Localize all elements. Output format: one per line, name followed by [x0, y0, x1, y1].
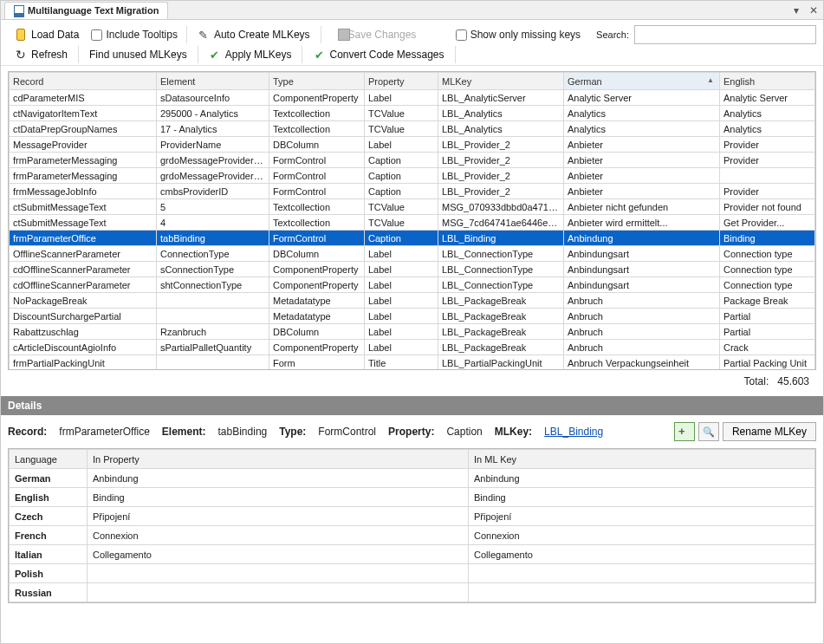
cell[interactable]: Metadatatype	[269, 309, 365, 324]
cell[interactable]: grdoMessageProviderHelperC	[157, 168, 269, 184]
cell[interactable]: FormControl	[269, 168, 365, 184]
cell[interactable]: frmMessageJobInfo	[10, 184, 157, 199]
lang-inproperty[interactable]	[88, 564, 469, 583]
cell[interactable]: Analytic Server	[564, 90, 720, 106]
cell[interactable]: LBL_PackageBreak	[438, 340, 564, 355]
cell[interactable]: Metadatatype	[269, 293, 365, 309]
cell[interactable]: TCValue	[365, 106, 438, 121]
lang-inmlkey[interactable]: Binding	[469, 488, 815, 507]
cell[interactable]: MSG_7cd64741ae6446eab1b	[438, 215, 564, 231]
close-icon[interactable]: ✕	[808, 4, 820, 16]
auto-create-mlkeys-button[interactable]: Auto Create MLKeys	[191, 26, 317, 43]
cell[interactable]: Provider	[720, 137, 815, 153]
lang-inmlkey[interactable]: Připojení	[469, 507, 815, 526]
cell[interactable]: LBL_Provider_2	[438, 137, 564, 153]
cell[interactable]: Anbieter nicht gefunden	[564, 199, 720, 215]
cell[interactable]: 295000 - Analytics	[157, 106, 269, 121]
cell[interactable]: Anbindungsart	[564, 262, 720, 277]
cell[interactable]: LBL_Analytics	[438, 121, 564, 137]
cell[interactable]	[157, 309, 269, 324]
show-missing-checkbox[interactable]	[456, 29, 467, 41]
cell[interactable]: Partial	[720, 309, 815, 324]
cell[interactable]: LBL_PartialPackingUnit	[438, 355, 564, 371]
find-unused-mlkeys-button[interactable]: Find unused MLKeys	[82, 46, 194, 63]
cell[interactable]: LBL_PackageBreak	[438, 293, 564, 309]
cell[interactable]: Label	[365, 324, 438, 340]
active-tab[interactable]: Multilanguage Text Migration	[4, 2, 168, 19]
cell[interactable]: Anbruch	[564, 309, 720, 324]
table-row[interactable]: frmMessageJobInfocmbsProviderIDFormContr…	[10, 184, 815, 199]
cell[interactable]: ProviderName	[157, 137, 269, 153]
cell[interactable]: Label	[365, 262, 438, 277]
cell[interactable]: LBL_ConnectionType	[438, 246, 564, 262]
lang-inproperty[interactable]: Connexion	[88, 526, 469, 545]
lang-inmlkey[interactable]: Anbindung	[469, 469, 815, 488]
cell[interactable]: Label	[365, 137, 438, 153]
cell[interactable]: Rzanbruch	[157, 324, 269, 340]
cell[interactable]: Anbindungsart	[564, 246, 720, 262]
cell[interactable]: ctNavigatorItemText	[10, 106, 157, 121]
cell[interactable]: Label	[365, 246, 438, 262]
lang-inproperty[interactable]: Collegamento	[88, 545, 469, 564]
cell[interactable]	[157, 355, 269, 371]
cell[interactable]: Analytics	[720, 106, 815, 121]
search-button[interactable]	[698, 422, 719, 441]
cell[interactable]: Get Provider...	[720, 215, 815, 231]
cell[interactable]: 4	[157, 215, 269, 231]
col-record[interactable]: Record	[10, 73, 157, 90]
cell[interactable]: MSG_070933dbbd0a47169d!	[438, 199, 564, 215]
cell[interactable]: Textcollection	[269, 106, 365, 121]
cell[interactable]: 5	[157, 199, 269, 215]
table-row[interactable]: frmParameterOfficetabBindingFormControlC…	[10, 231, 815, 246]
table-row[interactable]: ctSubmitMessageText5TextcollectionTCValu…	[10, 199, 815, 215]
rename-mlkey-button[interactable]: Rename MLKey	[723, 422, 816, 441]
table-row[interactable]: RabattzuschlagRzanbruchDBColumnLabelLBL_…	[10, 324, 815, 340]
cell[interactable]: grdoMessageProviderHelperC	[157, 153, 269, 168]
dropdown-icon[interactable]: ▾	[790, 4, 802, 16]
convert-code-messages-button[interactable]: Convert Code Messages	[306, 46, 451, 63]
cell[interactable]: Form	[269, 355, 365, 371]
cell[interactable]: TCValue	[365, 121, 438, 137]
cell[interactable]: ComponentProperty	[269, 90, 365, 106]
cell[interactable]: DiscountSurchargePartial	[10, 309, 157, 324]
cell[interactable]: frmParameterOffice	[10, 231, 157, 246]
mlkey-link[interactable]: LBL_Binding	[544, 426, 603, 438]
cell[interactable]: Connection type	[720, 246, 815, 262]
cell[interactable]: Label	[365, 293, 438, 309]
cell[interactable]: Caption	[365, 168, 438, 184]
cell[interactable]: Anbieter wird ermittelt...	[564, 215, 720, 231]
cell[interactable]: frmParameterMessaging	[10, 153, 157, 168]
main-grid[interactable]: Record Element Type Property MLKey Germa…	[8, 71, 816, 370]
lang-inmlkey[interactable]: Connexion	[469, 526, 815, 545]
cell[interactable]: ctDataPrepGroupNames	[10, 121, 157, 137]
cell[interactable]: TCValue	[365, 215, 438, 231]
cell[interactable]: Label	[365, 340, 438, 355]
cell[interactable]: Label	[365, 90, 438, 106]
cell[interactable]	[157, 293, 269, 309]
table-row[interactable]: ctDataPrepGroupNames17 - AnalyticsTextco…	[10, 121, 815, 137]
cell[interactable]: Binding	[720, 231, 815, 246]
cell[interactable]: Textcollection	[269, 121, 365, 137]
cell[interactable]: cdOfflineScannerParameter	[10, 277, 157, 293]
cell[interactable]: TCValue	[365, 199, 438, 215]
cell[interactable]: Label	[365, 309, 438, 324]
cell[interactable]: Caption	[365, 231, 438, 246]
table-row[interactable]: cdOfflineScannerParametersConnectionType…	[10, 262, 815, 277]
cell[interactable]: Provider	[720, 153, 815, 168]
cell[interactable]: NoPackageBreak	[10, 293, 157, 309]
table-row[interactable]: NoPackageBreakMetadatatypeLabelLBL_Packa…	[10, 293, 815, 309]
cell[interactable]: LBL_Provider_2	[438, 184, 564, 199]
search-input[interactable]	[634, 25, 816, 44]
lang-inproperty[interactable]: Binding	[88, 488, 469, 507]
cell[interactable]: LBL_PackageBreak	[438, 309, 564, 324]
cell[interactable]: Anbieter	[564, 168, 720, 184]
cell[interactable]: Caption	[365, 184, 438, 199]
cell[interactable]: LBL_AnalyticServer	[438, 90, 564, 106]
table-row[interactable]: frmParameterMessaginggrdoMessageProvider…	[10, 168, 815, 184]
lang-col-language[interactable]: Language	[10, 450, 88, 469]
cell[interactable]: Anbieter	[564, 184, 720, 199]
cell[interactable]: Rabattzuschlag	[10, 324, 157, 340]
cell[interactable]: Partial Packing Unit	[720, 355, 815, 371]
cell[interactable]: LBL_PackageBreak	[438, 324, 564, 340]
cell[interactable]: Analytics	[564, 121, 720, 137]
